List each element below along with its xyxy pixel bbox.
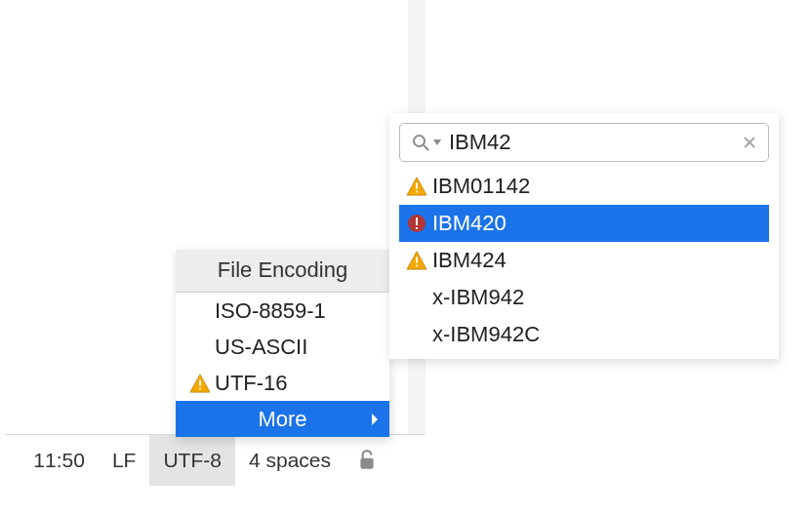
svg-point-3 xyxy=(414,136,425,146)
encoding-search-panel: IBM01142 IBM420 IBM424 x-IBM942 x-IBM942… xyxy=(389,113,779,359)
encoding-item-utf16[interactable]: UTF-16 xyxy=(176,365,389,401)
svg-rect-13 xyxy=(416,265,418,267)
svg-line-4 xyxy=(424,145,428,150)
result-item-ibm01142[interactable]: IBM01142 xyxy=(399,168,769,205)
status-bar: 11:50 LF UTF-8 4 spaces xyxy=(6,435,389,486)
result-item-label: IBM420 xyxy=(432,211,507,236)
status-line-separator[interactable]: LF xyxy=(99,435,150,486)
result-item-label: IBM424 xyxy=(432,248,507,273)
status-time[interactable]: 11:50 xyxy=(20,435,99,486)
svg-rect-7 xyxy=(416,182,418,188)
status-encoding[interactable]: UTF-8 xyxy=(149,435,235,486)
result-item-label: x-IBM942 xyxy=(432,285,524,310)
result-item-xibm942[interactable]: x-IBM942 xyxy=(399,279,769,316)
clear-search-icon[interactable] xyxy=(739,132,760,153)
result-item-ibm420[interactable]: IBM420 xyxy=(399,205,769,242)
svg-rect-11 xyxy=(416,227,418,229)
search-results: IBM01142 IBM420 IBM424 x-IBM942 x-IBM942… xyxy=(399,168,769,353)
warning-icon xyxy=(401,251,432,270)
svg-rect-2 xyxy=(199,387,201,389)
search-icon xyxy=(408,134,433,151)
search-input[interactable] xyxy=(449,130,739,155)
lock-icon[interactable] xyxy=(345,435,389,486)
result-item-ibm424[interactable]: IBM424 xyxy=(399,242,769,279)
encoding-popup: File Encoding ISO-8859-1 US-ASCII UTF-16… xyxy=(176,250,389,437)
warning-icon xyxy=(401,177,432,196)
warning-icon xyxy=(185,374,215,393)
chevron-right-icon xyxy=(370,407,380,432)
encoding-more-label: More xyxy=(258,407,306,432)
encoding-item-iso88591[interactable]: ISO-8859-1 xyxy=(176,293,389,329)
result-item-label: IBM01142 xyxy=(432,174,530,199)
svg-rect-8 xyxy=(416,191,418,193)
lock-icon-svg xyxy=(358,450,376,471)
encoding-item-usascii[interactable]: US-ASCII xyxy=(176,329,389,365)
search-input-wrap[interactable] xyxy=(399,123,769,162)
encoding-item-more[interactable]: More xyxy=(176,401,389,437)
svg-rect-0 xyxy=(360,458,373,469)
result-item-label: x-IBM942C xyxy=(432,322,540,347)
status-indent[interactable]: 4 spaces xyxy=(235,435,345,486)
encoding-item-label: UTF-16 xyxy=(215,371,288,396)
svg-rect-10 xyxy=(416,218,418,225)
svg-rect-1 xyxy=(199,379,201,385)
result-item-xibm942c[interactable]: x-IBM942C xyxy=(399,316,769,353)
encoding-item-label: US-ASCII xyxy=(215,335,307,360)
svg-rect-12 xyxy=(416,257,418,262)
search-dropdown-caret-icon[interactable] xyxy=(433,139,441,145)
encoding-item-label: ISO-8859-1 xyxy=(215,298,326,324)
encoding-popup-title: File Encoding xyxy=(176,250,389,293)
error-icon xyxy=(401,214,432,233)
